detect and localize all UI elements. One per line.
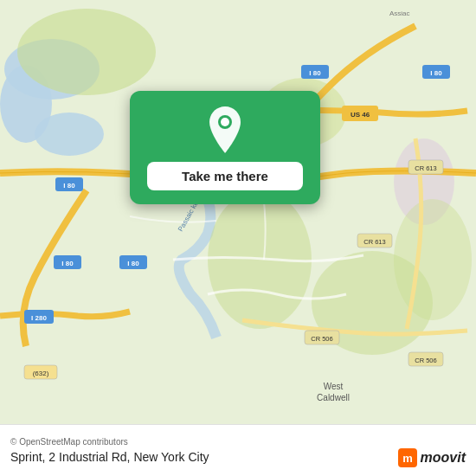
- osm-attribution: © OpenStreetMap contributors: [10, 437, 466, 447]
- svg-point-5: [17, 9, 156, 95]
- moovit-icon: m: [398, 448, 417, 467]
- moovit-text: moovit: [421, 450, 466, 466]
- svg-text:I 80: I 80: [63, 182, 75, 190]
- svg-text:I 80: I 80: [61, 260, 74, 267]
- svg-text:Caldwell: Caldwell: [317, 393, 350, 402]
- svg-text:I 280: I 280: [31, 314, 47, 322]
- svg-text:CR 506: CR 506: [311, 335, 332, 343]
- svg-text:US 46: US 46: [351, 111, 370, 119]
- map-container: US 46 I 80 I 80 I 80 I 80 I 80 CR 613 CR…: [0, 0, 476, 424]
- svg-text:I 80: I 80: [127, 260, 139, 267]
- location-pin-icon: [204, 106, 246, 153]
- svg-text:I 80: I 80: [309, 69, 321, 77]
- svg-text:Assiac: Assiac: [389, 10, 410, 17]
- svg-point-3: [35, 113, 104, 156]
- svg-text:(632): (632): [33, 370, 49, 377]
- svg-text:I 80: I 80: [430, 69, 442, 77]
- bottom-bar: © OpenStreetMap contributors Sprint, 2 I…: [0, 424, 476, 476]
- svg-text:CR 506: CR 506: [415, 357, 436, 364]
- moovit-logo: m moovit: [398, 448, 466, 467]
- svg-text:West: West: [324, 382, 344, 391]
- svg-text:m: m: [402, 452, 413, 465]
- popup-card[interactable]: Take me there: [130, 91, 320, 204]
- svg-point-39: [221, 118, 229, 126]
- svg-point-8: [394, 199, 472, 320]
- svg-text:CR 613: CR 613: [363, 238, 385, 246]
- map-svg: US 46 I 80 I 80 I 80 I 80 I 80 CR 613 CR…: [0, 0, 476, 424]
- take-me-there-button[interactable]: Take me there: [147, 162, 303, 190]
- svg-text:CR 613: CR 613: [415, 164, 436, 172]
